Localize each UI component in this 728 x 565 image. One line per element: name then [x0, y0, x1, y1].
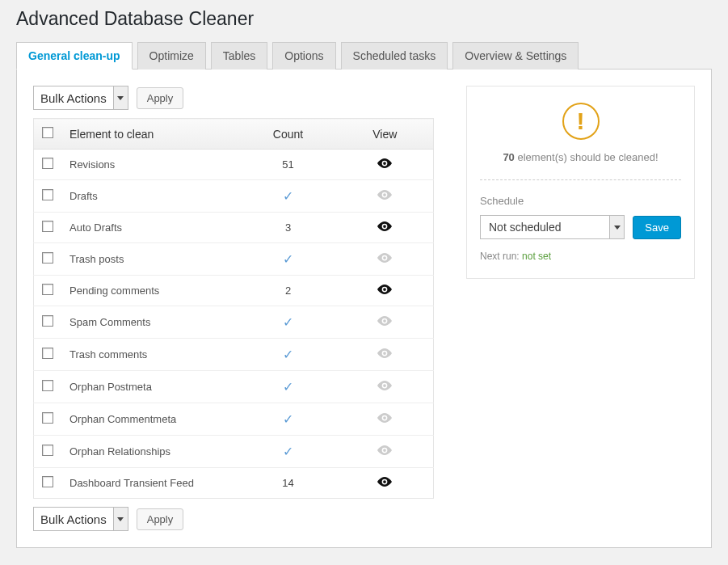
tab-optimize[interactable]: Optimize — [137, 42, 206, 70]
table-row: Drafts✓ — [34, 180, 434, 213]
checkbox-icon — [42, 189, 53, 200]
info-card: ! 70 element(s) should be cleaned! Sched… — [466, 86, 695, 279]
row-label: Orphan Postmeta — [61, 371, 240, 403]
checkbox-icon — [42, 252, 53, 264]
row-count: ✓ — [240, 436, 337, 468]
checkbox-icon — [42, 158, 53, 169]
row-checkbox[interactable] — [34, 403, 62, 436]
tab-general-clean-up[interactable]: General clean-up — [16, 42, 133, 70]
tab-scheduled-tasks[interactable]: Scheduled tasks — [341, 42, 448, 70]
clean-table: Element to clean Count View Revisions51D… — [33, 118, 434, 499]
row-count: ✓ — [240, 243, 337, 276]
row-checkbox[interactable] — [34, 276, 62, 306]
row-checkbox[interactable] — [34, 213, 62, 243]
row-checkbox[interactable] — [34, 306, 62, 339]
row-view — [337, 243, 434, 276]
select-all-header[interactable] — [34, 119, 62, 150]
header-count[interactable]: Count — [240, 119, 337, 150]
header-view[interactable]: View — [337, 119, 434, 150]
row-count: ✓ — [240, 403, 337, 436]
save-button[interactable]: Save — [633, 216, 681, 239]
schedule-row: Not scheduled Save — [480, 215, 681, 239]
row-count: ✓ — [240, 180, 337, 213]
row-count: 14 — [240, 468, 337, 499]
eye-icon — [377, 348, 392, 361]
eye-icon — [377, 158, 392, 171]
table-row: Dashboard Transient Feed14 — [34, 468, 434, 499]
row-label: Orphan Commentmeta — [61, 403, 240, 436]
row-checkbox[interactable] — [34, 339, 62, 371]
row-count: 51 — [240, 150, 337, 180]
row-view — [337, 306, 434, 339]
checkbox-icon — [42, 412, 53, 424]
row-view[interactable] — [337, 213, 434, 243]
row-label: Orphan Relationships — [61, 436, 240, 468]
tab-bar: General clean-upOptimizeTablesOptionsSch… — [16, 41, 712, 70]
tab-overview-settings[interactable]: Overview & Settings — [452, 42, 579, 70]
eye-icon — [377, 477, 392, 489]
chevron-down-icon — [113, 86, 128, 109]
row-count: ✓ — [240, 306, 337, 339]
row-checkbox[interactable] — [34, 180, 62, 213]
check-icon: ✓ — [283, 348, 293, 361]
tab-tables[interactable]: Tables — [211, 42, 267, 70]
row-label: Dashboard Transient Feed — [61, 468, 240, 499]
table-row: Orphan Relationships✓ — [34, 436, 434, 468]
info-count: 70 — [503, 151, 514, 163]
page-title: Advanced Database Cleaner — [16, 8, 712, 30]
chevron-down-icon — [609, 216, 624, 238]
apply-button-bottom[interactable]: Apply — [137, 508, 184, 530]
row-count: 2 — [240, 276, 337, 306]
apply-button-top[interactable]: Apply — [137, 87, 184, 109]
eye-icon — [377, 381, 392, 393]
row-view[interactable] — [337, 150, 434, 180]
right-column: ! 70 element(s) should be cleaned! Sched… — [466, 86, 695, 531]
table-row: Pending comments2 — [34, 276, 434, 306]
eye-icon — [377, 221, 392, 234]
info-text: 70 element(s) should be cleaned! — [480, 151, 681, 163]
bulk-select-top-label: Bulk Actions — [34, 91, 113, 105]
checkbox-icon — [42, 127, 53, 138]
table-row: Auto Drafts3 — [34, 213, 434, 243]
check-icon: ✓ — [283, 252, 293, 266]
row-label: Revisions — [61, 150, 240, 180]
row-view[interactable] — [337, 468, 434, 499]
table-row: Trash comments✓ — [34, 339, 434, 371]
bulk-actions-top: Bulk Actions Apply — [33, 86, 434, 110]
header-element[interactable]: Element to clean — [61, 119, 240, 150]
row-view — [337, 180, 434, 213]
row-label: Pending comments — [61, 276, 240, 306]
row-checkbox[interactable] — [34, 150, 62, 180]
row-checkbox[interactable] — [34, 436, 62, 468]
checkbox-icon — [42, 380, 53, 391]
eye-icon — [377, 445, 392, 457]
chevron-down-icon — [113, 508, 128, 530]
row-checkbox[interactable] — [34, 468, 62, 499]
eye-icon — [377, 413, 392, 425]
row-view — [337, 371, 434, 403]
row-label: Trash comments — [61, 339, 240, 371]
checkbox-icon — [42, 348, 53, 359]
bulk-actions-bottom: Bulk Actions Apply — [33, 507, 434, 531]
bulk-select-bottom[interactable]: Bulk Actions — [33, 507, 128, 531]
check-icon: ✓ — [283, 380, 293, 394]
info-suffix: element(s) should be cleaned! — [515, 151, 659, 163]
row-view — [337, 339, 434, 371]
schedule-select[interactable]: Not scheduled — [480, 215, 625, 239]
schedule-select-label: Not scheduled — [481, 221, 570, 234]
next-run-label: Next run: — [480, 251, 522, 262]
table-row: Spam Comments✓ — [34, 306, 434, 339]
checkbox-icon — [42, 445, 53, 456]
row-checkbox[interactable] — [34, 243, 62, 276]
left-column: Bulk Actions Apply Element to clean Coun… — [33, 86, 434, 531]
separator — [480, 179, 681, 180]
row-count: ✓ — [240, 339, 337, 371]
next-run-value: not set — [522, 251, 551, 262]
row-view — [337, 436, 434, 468]
row-view[interactable] — [337, 276, 434, 306]
table-row: Revisions51 — [34, 150, 434, 180]
bulk-select-top[interactable]: Bulk Actions — [33, 86, 128, 110]
checkbox-icon — [42, 476, 53, 487]
row-checkbox[interactable] — [34, 371, 62, 403]
tab-options[interactable]: Options — [272, 42, 335, 70]
